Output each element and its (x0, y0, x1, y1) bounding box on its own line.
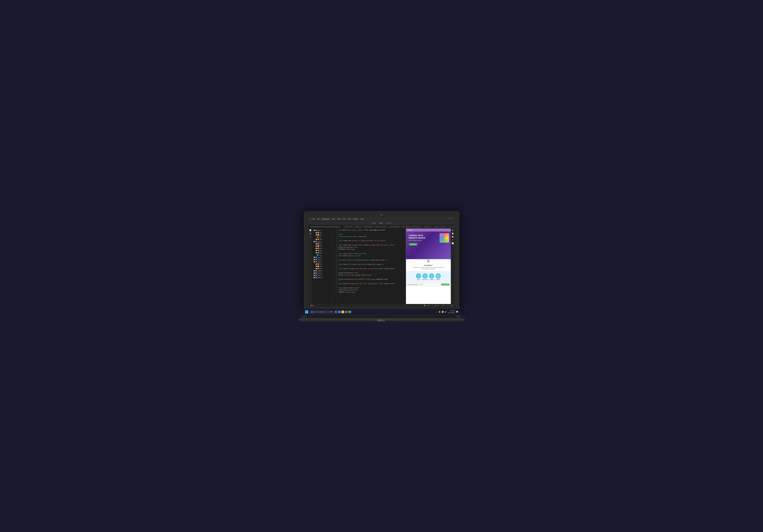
status-indicator (424, 305, 425, 306)
file-tab-sfm1[interactable]: sfm_validate7.js (388, 225, 401, 228)
mode-indicator: INS (442, 305, 444, 306)
file-tab-bootstrap-js[interactable]: bootstrap.js (423, 225, 433, 228)
tab-live[interactable]: Live ▼ (386, 222, 391, 224)
list-item[interactable]: 📁 Layer 8 (312, 272, 333, 274)
list-item[interactable]: 📁 Alt 2 (314, 265, 333, 267)
code-editor[interactable]: 12345678910 11121314151617181920 2122232… (333, 229, 406, 304)
folder-icon: 📁 (313, 274, 315, 276)
explorer-icon[interactable]: 📁 (341, 311, 344, 313)
file-tab-jquery1[interactable]: jquery-4.7.2.min.js (374, 225, 388, 228)
list-item[interactable]: 📁 Layer 9 (312, 274, 333, 276)
tool-icon-2[interactable]: 🔧 (309, 233, 311, 234)
list-item[interactable]: 📁 Alt 2 (314, 234, 333, 236)
folder-icon: 📁 (315, 248, 317, 249)
menu-help[interactable]: Help (360, 218, 364, 220)
right-icon-3[interactable]: 🔲 (452, 236, 454, 238)
microphone-icon[interactable]: 🎤 (330, 311, 332, 313)
menu-view[interactable]: View (332, 218, 335, 220)
file-tab-bootstrap-css[interactable]: bootstrap.css (363, 225, 374, 228)
tool-icon-4[interactable]: ··· (310, 239, 311, 241)
volume-icon[interactable]: 🔊 (445, 311, 447, 313)
element-video-icon-box: ▶ VIDEO (436, 273, 441, 280)
list-item[interactable]: 📁 Alt 3 (314, 238, 333, 241)
hero-cta-button[interactable]: Get started (409, 243, 418, 246)
hamburger-icon[interactable]: ≡ (310, 218, 311, 220)
file-tab-jquery2[interactable]: jquery-1.11.3.min.js (433, 225, 448, 228)
tool-icon-3[interactable]: ⚙ (310, 236, 311, 238)
element-info: ELEMENT First of all, you need to unders… (406, 263, 451, 271)
menu-file[interactable]: File (312, 218, 315, 220)
list-item[interactable]: v2a (316, 254, 333, 256)
video-icon: ▶ (436, 273, 441, 278)
list-item[interactable]: 📁 Layer 3 (312, 256, 333, 259)
minimize-button[interactable]: — (446, 217, 447, 219)
close-tab-icon[interactable]: × (341, 226, 341, 228)
list-item[interactable]: 📁 Alt 1 (314, 232, 333, 234)
menu-tools[interactable]: Tools (337, 218, 341, 220)
file-tab-sfm2[interactable]: sfm_validate_0xfm\tenquery.js (401, 225, 423, 228)
list-item[interactable]: 📁 Alt 1 (314, 243, 333, 245)
list-item[interactable]: 📁 Alt 4 (314, 250, 333, 252)
windows-logo[interactable] (305, 310, 308, 313)
list-item[interactable]: 📁 Layer 5 (312, 261, 333, 263)
tab-code[interactable]: Code (372, 222, 376, 224)
list-item[interactable]: 📁 Layer 2 (312, 241, 333, 243)
list-item[interactable]: 📁 Alt 3 (314, 267, 333, 270)
edge-icon[interactable]: e (338, 311, 341, 313)
designer-bar: Designer = (406, 229, 451, 232)
menu-bar: File Edit NinjaStudio View Tools Site Fi… (312, 218, 364, 220)
notification-icon[interactable]: 💬 (456, 311, 458, 313)
list-item[interactable]: 📁 Layer 1 (312, 229, 333, 232)
folder-icon: 📁 (313, 230, 315, 231)
folder-icon: 📁 (315, 243, 317, 245)
code-text[interactable]: <h5 style="text-align: center;">Tier 2<b… (338, 229, 406, 304)
view-icon[interactable]: ⊡ (451, 305, 453, 307)
element-audio-icon-box: ⊡ AUDIO (429, 273, 434, 280)
list-item[interactable]: 📁 Layer 6 (312, 270, 333, 272)
right-icon-2[interactable]: 📋 (452, 233, 454, 234)
maximize-button[interactable]: ☐ (449, 217, 450, 219)
footer-cta-button[interactable]: Get started (441, 283, 449, 285)
security-icon[interactable]: 🔒 (345, 311, 348, 313)
menu-edit[interactable]: Edit (317, 218, 320, 220)
menu-window[interactable]: Window (353, 218, 358, 220)
file-tab-active[interactable]: F:\Dropbox\NinjaStudio\Oxfm\Bootstrap\te… (309, 225, 343, 228)
tab-split[interactable]: Split (379, 222, 382, 224)
brand-logo: DELL (298, 319, 465, 322)
folder-icon: 📁 (315, 266, 317, 267)
search-input[interactable] (419, 283, 440, 286)
right-icon-5[interactable]: 📊 (452, 242, 454, 244)
list-item[interactable]: 📁 Alt 3 (314, 247, 333, 250)
list-item[interactable]: 📁 Alt 5 (314, 252, 333, 254)
lang-indicator: HTML (427, 305, 431, 306)
clock[interactable]: 2:30 PM 12/15/2022 (448, 310, 455, 314)
status-bar: head HTML | 828x943 | INS | 1:1 ⊡ (309, 304, 455, 307)
designer-menu-icon[interactable]: = (449, 229, 449, 231)
time: 2:30 PM (448, 310, 455, 312)
right-icon-4[interactable]: ⚙ (452, 239, 454, 241)
file-tab-source[interactable]: Source Code (343, 225, 354, 228)
tool-icon-1[interactable]: 📄 (309, 229, 311, 231)
element-section: ELEMENT First of all, you need to unders… (406, 263, 451, 304)
laptop-body: DELL (298, 319, 465, 321)
chevron-down-icon[interactable]: ∨ (427, 260, 430, 263)
list-item[interactable]: 📁 Alt 2 (314, 245, 333, 247)
list-item[interactable]: 📁 Layer 10 (312, 276, 333, 279)
title-bar: ≡ File Edit NinjaStudio View Tools Site … (309, 217, 455, 221)
web-icon[interactable]: WEB (348, 311, 351, 313)
element-subtitle: First of all, you need to understand the… (407, 266, 449, 270)
menu-find[interactable]: Find (348, 218, 351, 220)
chevron-up-icon[interactable]: ∧ (436, 311, 437, 313)
file-tab-buttons[interactable]: buttons.js (354, 225, 363, 228)
list-item[interactable]: 📁 Alt 1 (314, 263, 333, 265)
list-item[interactable]: 📁 Layer 4 (312, 259, 333, 261)
taskbar-search[interactable]: Ask me anything 🎤 (309, 310, 333, 313)
list-item[interactable]: v2b (316, 236, 333, 238)
task-view-icon[interactable]: ⊟ (335, 311, 337, 313)
menu-site[interactable]: Site (343, 218, 346, 220)
file-tab-sfm3[interactable]: sfm_validate9.js (448, 225, 454, 228)
close-button[interactable]: ✕ (452, 217, 453, 219)
right-icon-1[interactable]: ⚡ (452, 229, 454, 231)
menu-ninjastudio[interactable]: NinjaStudio (322, 218, 330, 220)
window-controls: — ☐ ✕ (446, 217, 453, 219)
